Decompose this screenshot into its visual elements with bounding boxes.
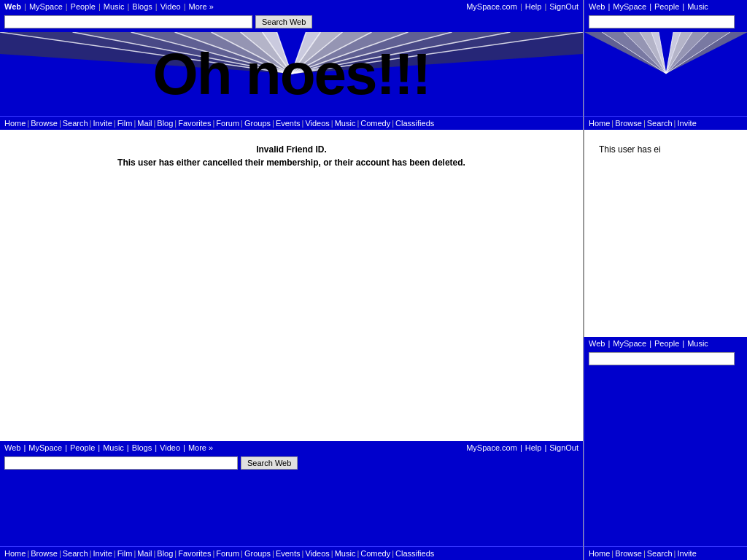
bottom-music-link[interactable]: Music — [103, 443, 124, 452]
right-hero — [584, 32, 747, 116]
right-nav-invite[interactable]: Invite — [677, 119, 696, 128]
web-link[interactable]: Web — [4, 2, 21, 11]
bottom-more-link[interactable]: More » — [188, 443, 213, 452]
search-bar-top: Search Web — [0, 13, 583, 32]
right-nav-home[interactable]: Home — [589, 119, 610, 128]
nav-forum[interactable]: Forum — [216, 119, 239, 128]
more-link[interactable]: More » — [189, 2, 214, 11]
music-link[interactable]: Music — [104, 2, 125, 11]
right-bottom-search-input[interactable] — [589, 352, 735, 365]
nav-videos[interactable]: Videos — [305, 119, 329, 128]
signout-link[interactable]: SignOut — [549, 2, 578, 11]
bottom-nav-mail[interactable]: Mail — [137, 549, 152, 558]
bottom-nav-classifieds[interactable]: Classifieds — [395, 549, 434, 558]
search-input-bottom[interactable] — [4, 456, 238, 470]
top-bar-left: Web | MySpace | People | Music | Blogs |… — [4, 2, 214, 11]
people-link[interactable]: People — [71, 2, 96, 11]
nav-favorites[interactable]: Favorites — [178, 119, 211, 128]
nav-browse[interactable]: Browse — [31, 119, 58, 128]
bottom-topbar-right: MySpace.com | Help | SignOut — [466, 443, 578, 452]
search-input-top[interactable] — [4, 15, 252, 28]
bottom-nav-blog[interactable]: Blog — [157, 549, 173, 558]
nav-comedy[interactable]: Comedy — [360, 119, 390, 128]
bottom-nav-events[interactable]: Events — [276, 549, 301, 558]
right-error-short: This user has ei — [599, 144, 661, 155]
bottom-nav-browse[interactable]: Browse — [31, 549, 58, 558]
right-bottom-music[interactable]: Music — [687, 339, 708, 348]
bottom-web-link[interactable]: Web — [4, 443, 20, 452]
bottom-nav-film[interactable]: Film — [117, 549, 133, 558]
right-bottom-people[interactable]: People — [654, 339, 679, 348]
bottom-spacer — [0, 473, 583, 546]
right-bottom-myspace[interactable]: MySpace — [613, 339, 646, 348]
right-main-content: This user has ei — [584, 130, 747, 337]
bottom-nav-forum[interactable]: Forum — [216, 549, 239, 558]
bottom-help-link[interactable]: Help — [525, 443, 542, 452]
error-title: Invalid Friend ID. — [15, 144, 568, 155]
right-music[interactable]: Music — [687, 2, 708, 11]
hero-banner: Oh noes!!! — [0, 32, 583, 116]
right-bottom-spacer — [584, 369, 747, 547]
right-web[interactable]: Web — [589, 2, 605, 11]
right-bottom-nav-search[interactable]: Search — [647, 549, 673, 558]
right-bottom-search — [584, 350, 747, 369]
right-bottom-nav-home[interactable]: Home — [589, 549, 610, 558]
bottom-nav-bar: Home| Browse| Search| Invite| Film| Mail… — [0, 546, 583, 560]
bottom-nav-videos[interactable]: Videos — [305, 549, 329, 558]
bottom-nav-groups[interactable]: Groups — [244, 549, 271, 558]
bottom-top-bar: Web | MySpace | People | Music | Blogs |… — [0, 441, 583, 454]
main-content: Invalid Friend ID. This user has either … — [0, 130, 583, 441]
nav-invite[interactable]: Invite — [93, 119, 112, 128]
nav-bar-top: Home| Browse| Search| Invite| Film| Mail… — [0, 116, 583, 130]
bottom-video-link[interactable]: Video — [160, 443, 180, 452]
top-bar: Web | MySpace | People | Music | Blogs |… — [0, 0, 583, 13]
right-people[interactable]: People — [654, 2, 679, 11]
bottom-nav-invite[interactable]: Invite — [93, 549, 112, 558]
bottom-topbar-left: Web | MySpace | People | Music | Blogs |… — [4, 443, 213, 452]
bottom-myspace-link[interactable]: MySpace — [28, 443, 62, 452]
oh-noes-title: Oh noes!!! — [153, 41, 430, 108]
top-bar-right: MySpace.com | Help | SignOut — [466, 2, 578, 11]
nav-mail[interactable]: Mail — [137, 119, 152, 128]
bottom-blogs-link[interactable]: Blogs — [132, 443, 152, 452]
bottom-nav-comedy[interactable]: Comedy — [360, 549, 390, 558]
myspace-link[interactable]: MySpace — [29, 2, 63, 11]
right-bottom-nav: Home| Browse| Search| Invite — [584, 546, 747, 560]
right-myspace[interactable]: MySpace — [613, 2, 646, 11]
right-nav-top: Home| Browse| Search| Invite — [584, 116, 747, 130]
right-panel: Web | MySpace | People | Music — [584, 0, 747, 560]
right-bottom-nav-browse[interactable]: Browse — [615, 549, 642, 558]
nav-groups[interactable]: Groups — [244, 119, 271, 128]
right-nav-browse[interactable]: Browse — [615, 119, 642, 128]
right-bottom-nav-invite[interactable]: Invite — [677, 549, 696, 558]
right-search-input[interactable] — [589, 15, 735, 28]
right-search-bar — [584, 13, 747, 32]
error-message: This user has either cancelled their mem… — [15, 158, 568, 168]
bottom-nav-music[interactable]: Music — [335, 549, 356, 558]
nav-blog[interactable]: Blog — [157, 119, 173, 128]
bottom-signout-link[interactable]: SignOut — [549, 443, 578, 452]
right-nav-search[interactable]: Search — [647, 119, 673, 128]
nav-music[interactable]: Music — [335, 119, 356, 128]
right-top-bar: Web | MySpace | People | Music — [584, 0, 747, 13]
nav-classifieds[interactable]: Classifieds — [395, 119, 434, 128]
blogs-link[interactable]: Blogs — [132, 2, 152, 11]
bottom-nav-search[interactable]: Search — [63, 549, 88, 558]
nav-search[interactable]: Search — [63, 119, 88, 128]
right-bottom-web[interactable]: Web — [589, 339, 605, 348]
video-link[interactable]: Video — [160, 2, 181, 11]
nav-events[interactable]: Events — [276, 119, 301, 128]
help-link[interactable]: Help — [525, 2, 542, 11]
myspace-com-link[interactable]: MySpace.com — [466, 2, 517, 11]
search-button-bottom[interactable]: Search Web — [241, 456, 298, 470]
bottom-search-bar: Search Web — [0, 454, 583, 473]
bottom-myspace-com-link[interactable]: MySpace.com — [466, 443, 517, 452]
bottom-people-link[interactable]: People — [70, 443, 95, 452]
bottom-nav-favorites[interactable]: Favorites — [178, 549, 211, 558]
nav-home[interactable]: Home — [4, 119, 26, 128]
right-bottom-topbar: Web | MySpace | People | Music — [584, 337, 747, 350]
nav-film[interactable]: Film — [117, 119, 133, 128]
search-button-top[interactable]: Search Web — [255, 15, 312, 28]
bottom-section: Web | MySpace | People | Music | Blogs |… — [0, 441, 583, 560]
bottom-nav-home[interactable]: Home — [4, 549, 26, 558]
